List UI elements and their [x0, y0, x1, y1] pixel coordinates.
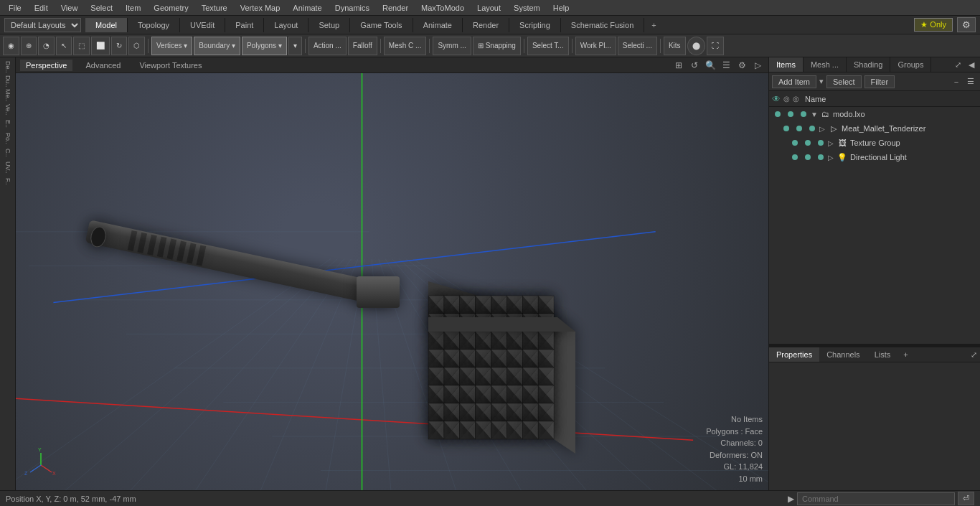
add-item-button[interactable]: Add Item: [772, 75, 816, 88]
sidebar-item-2[interactable]: Me..: [1, 89, 14, 102]
toolbar-mode-rotate[interactable]: ↻: [111, 37, 127, 55]
select-tool-button[interactable]: Select T...: [527, 37, 569, 55]
mesh-button[interactable]: Mesh C ...: [384, 37, 427, 55]
viewport-canvas[interactable]: No Items Polygons : Face Channels: 0 Def…: [16, 73, 768, 490]
menu-maxtomodo[interactable]: MaxToModo: [415, 2, 470, 14]
menu-item[interactable]: Item: [120, 2, 146, 14]
prop-tab-lists[interactable]: Lists: [867, 347, 898, 362]
viewport-ctrl-play[interactable]: ▷: [751, 59, 764, 72]
layout-tab-setup[interactable]: Setup: [308, 18, 350, 32]
menu-animate[interactable]: Animate: [287, 2, 327, 14]
sidebar-item-0[interactable]: De..: [1, 60, 14, 73]
toolbar-mode-dots[interactable]: ◉: [3, 37, 19, 55]
rp-tab-groups[interactable]: Groups: [890, 57, 931, 72]
menu-geometry[interactable]: Geometry: [148, 2, 194, 14]
menu-dynamics[interactable]: Dynamics: [329, 2, 375, 14]
expand-meat-mallet[interactable]: ▷: [819, 125, 828, 133]
command-go-button[interactable]: ⏎: [958, 492, 974, 505]
layout-settings-button[interactable]: ⚙: [957, 17, 976, 32]
prop-tab-properties[interactable]: Properties: [769, 347, 819, 362]
falloff-button[interactable]: Falloff: [348, 37, 377, 55]
rp-tab-items[interactable]: Items: [769, 57, 804, 72]
selecti-button[interactable]: Selecti ...: [618, 37, 657, 55]
menu-edit[interactable]: Edit: [29, 2, 54, 14]
items-minus-button[interactable]: −: [950, 75, 963, 88]
add-layout-tab-button[interactable]: +: [644, 18, 663, 32]
layout-select[interactable]: Default Layouts: [4, 18, 81, 32]
work-plane-button[interactable]: Work Pl...: [575, 37, 616, 55]
viewport-ctrl-rotate[interactable]: ↺: [688, 59, 701, 72]
rp-expand-button[interactable]: ⤢: [952, 59, 964, 71]
tree-item-meat-mallet[interactable]: ▷ ▷ Meat_Mallet_Tenderizer: [769, 121, 980, 136]
layout-tab-schematic[interactable]: Schematic Fusion: [561, 18, 644, 32]
menu-help[interactable]: Help: [547, 2, 575, 14]
layout-tab-model[interactable]: Model: [85, 18, 128, 32]
layout-tab-render[interactable]: Render: [463, 18, 509, 32]
menu-render[interactable]: Render: [377, 2, 414, 14]
sidebar-item-6[interactable]: C..: [1, 146, 14, 159]
action-button[interactable]: Action ...: [308, 37, 347, 55]
viewport-ctrl-settings[interactable]: ⚙: [735, 59, 748, 72]
viewport-ctrl-grid[interactable]: ⊞: [672, 59, 685, 72]
sidebar-item-8[interactable]: F..: [1, 175, 14, 188]
star-only-button[interactable]: ★ Only: [914, 18, 953, 32]
menu-texture[interactable]: Texture: [196, 2, 233, 14]
rp-tab-shading[interactable]: Shading: [847, 57, 890, 72]
viewport-tab-perspective[interactable]: Perspective: [20, 60, 72, 71]
snapping-button[interactable]: ⊞ Snapping: [473, 37, 521, 55]
toolbar-mode-pie[interactable]: ◔: [38, 37, 55, 55]
vertices-button[interactable]: Vertices ▾: [151, 37, 192, 55]
prop-tab-channels[interactable]: Channels: [819, 347, 867, 362]
sidebar-item-5[interactable]: Po..: [1, 132, 14, 145]
menu-vertex-map[interactable]: Vertex Map: [235, 2, 286, 14]
kits-button[interactable]: Kits: [664, 37, 686, 55]
layout-tab-topology[interactable]: Topology: [128, 18, 180, 32]
layout-tab-gametools[interactable]: Game Tools: [350, 18, 413, 32]
layout-tab-uvedit[interactable]: UVEdit: [180, 18, 225, 32]
tree-item-texture-group[interactable]: ▷ 🖼 Texture Group: [769, 136, 980, 150]
sidebar-item-7[interactable]: UV..: [1, 161, 14, 174]
boundary-button[interactable]: Boundary ▾: [194, 37, 240, 55]
viewport-tab-textures[interactable]: Viewport Textures: [133, 60, 207, 71]
tree-item-modo-lxo[interactable]: ▼ 🗂 modo.lxo: [769, 107, 980, 121]
layout-tab-animate[interactable]: Animate: [413, 18, 463, 32]
items-filter-button[interactable]: Filter: [864, 75, 895, 88]
items-select-button[interactable]: Select: [826, 75, 862, 88]
menu-system[interactable]: System: [508, 2, 546, 14]
round-button[interactable]: ⬤: [687, 37, 705, 55]
menu-view[interactable]: View: [55, 2, 84, 14]
visibility-icon-3[interactable]: ◎: [793, 95, 799, 103]
menu-layout[interactable]: Layout: [471, 2, 507, 14]
sidebar-item-4[interactable]: E..: [1, 118, 14, 131]
layout-tab-scripting[interactable]: Scripting: [509, 18, 561, 32]
add-item-arrow-icon[interactable]: ▾: [819, 77, 824, 86]
prop-tab-plus[interactable]: +: [897, 347, 913, 362]
toolbar-mode-plus[interactable]: ⊕: [21, 37, 37, 55]
command-input[interactable]: [797, 492, 955, 505]
tree-item-directional-light[interactable]: ▷ 💡 Directional Light: [769, 150, 980, 164]
toolbar-mode-rect[interactable]: ⬚: [73, 37, 90, 55]
viewport-ctrl-search[interactable]: 🔍: [704, 59, 717, 72]
visibility-toggle-all[interactable]: 👁: [772, 94, 781, 104]
viewport-ctrl-menu[interactable]: ☰: [720, 59, 732, 72]
sidebar-item-3[interactable]: Ve..: [1, 103, 14, 116]
more-select-button[interactable]: ▾: [288, 37, 302, 55]
toolbar-mode-sq[interactable]: ⬜: [91, 37, 110, 55]
toolbar-mode-arrow[interactable]: ↖: [56, 37, 72, 55]
expand-texture-group[interactable]: ▷: [828, 139, 837, 147]
expand-modo-lxo[interactable]: ▼: [811, 111, 819, 118]
layout-tab-paint[interactable]: Paint: [225, 18, 264, 32]
rp-tab-mesh[interactable]: Mesh ...: [804, 57, 847, 72]
viewport-tab-advanced[interactable]: Advanced: [80, 60, 126, 71]
menu-file[interactable]: File: [3, 2, 27, 14]
expand-directional-light[interactable]: ▷: [828, 154, 837, 161]
layout-tab-layout[interactable]: Layout: [264, 18, 308, 32]
rp-collapse-button[interactable]: ◀: [966, 59, 977, 71]
sidebar-item-1[interactable]: Du..: [1, 75, 14, 88]
polygons-button[interactable]: Polygons ▾: [242, 37, 287, 55]
items-settings-button[interactable]: ☰: [964, 75, 977, 88]
menu-select[interactable]: Select: [85, 2, 118, 14]
prop-expand-button[interactable]: ⤢: [971, 350, 977, 360]
symm-button[interactable]: Symm ...: [433, 37, 471, 55]
visibility-icon-2[interactable]: ◎: [783, 95, 790, 103]
